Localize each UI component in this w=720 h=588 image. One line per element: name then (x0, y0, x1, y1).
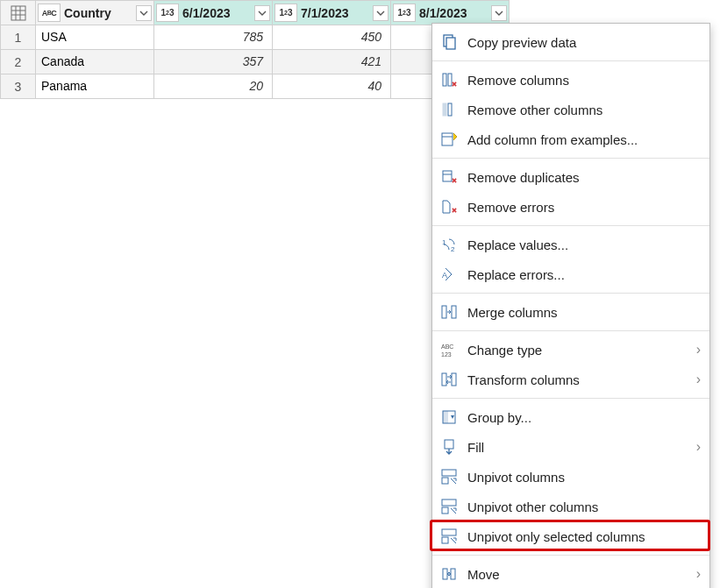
row-number[interactable]: 1 (1, 25, 36, 50)
table-icon (1, 1, 35, 25)
cell[interactable]: 40 (273, 74, 391, 99)
menu-item-unpivot-other[interactable]: Unpivot other columns (432, 492, 709, 521)
menu-item-transform-columns[interactable]: Transform columns› (432, 365, 709, 394)
svg-rect-8 (448, 74, 452, 86)
menu-item-remove-other[interactable]: Remove other columns (432, 95, 709, 124)
menu-item-unpivot-columns[interactable]: Unpivot columns (432, 462, 709, 492)
merge-icon (439, 302, 459, 322)
filter-button[interactable] (491, 5, 507, 21)
menu-item-label: Transform columns (467, 372, 688, 387)
replace-val-icon: 12 (439, 235, 459, 254)
cell[interactable]: 421 (273, 50, 391, 74)
fill-icon (439, 437, 459, 457)
chevron-right-icon: › (696, 372, 701, 387)
menu-item-label: Unpivot columns (467, 470, 701, 485)
select-all-corner[interactable] (1, 1, 36, 25)
type-number-icon: 123 (274, 4, 297, 22)
menu-item-remove-columns[interactable]: Remove columns (432, 65, 709, 95)
groupby-icon (439, 407, 459, 427)
filter-button[interactable] (373, 5, 389, 21)
chevron-right-icon: › (696, 566, 701, 582)
menu-separator (432, 225, 709, 226)
menu-item-label: Fill (467, 440, 688, 455)
svg-rect-13 (443, 171, 452, 181)
menu-item-fill[interactable]: Fill› (432, 432, 709, 462)
svg-rect-28 (442, 478, 448, 484)
svg-rect-34 (451, 569, 455, 579)
menu-item-label: Merge columns (467, 305, 701, 320)
filter-button[interactable] (254, 5, 270, 21)
menu-item-group-by[interactable]: Group by... (432, 402, 709, 432)
column-header-date1[interactable]: 123 6/1/2023 (154, 1, 273, 25)
svg-rect-11 (442, 133, 453, 145)
type-number-icon: 123 (393, 4, 416, 22)
menu-item-label: Remove errors (467, 200, 701, 215)
menu-separator (432, 555, 709, 556)
svg-rect-27 (442, 470, 456, 476)
cell[interactable]: Panama (36, 74, 154, 99)
menu-item-label: Remove other columns (467, 103, 701, 117)
column-header-date3[interactable]: 123 8/1/2023 (391, 1, 510, 25)
menu-item-merge-columns[interactable]: Merge columns (432, 297, 709, 327)
menu-separator (432, 60, 709, 61)
svg-rect-9 (443, 103, 446, 116)
menu-item-label: Replace values... (467, 237, 701, 252)
svg-rect-0 (11, 6, 25, 20)
row-number[interactable]: 3 (1, 74, 36, 99)
cell[interactable]: 20 (154, 74, 273, 99)
menu-item-unpivot-only[interactable]: Unpivot only selected columns (432, 521, 709, 551)
move-icon (439, 564, 459, 584)
replace-err-icon: A (439, 265, 459, 284)
chevron-down-icon (139, 9, 148, 18)
menu-item-label: Add column from examples... (467, 132, 701, 147)
menu-item-remove-errors[interactable]: Remove errors (432, 192, 709, 222)
transform-icon (439, 370, 459, 389)
svg-text:ABC: ABC (441, 344, 453, 350)
menu-item-remove-duplicates[interactable]: Remove duplicates (432, 162, 709, 192)
column-header-country[interactable]: ABC Country (36, 1, 154, 25)
unpivot-icon (439, 527, 459, 546)
svg-rect-33 (443, 569, 447, 579)
type-number-icon: 123 (156, 4, 179, 22)
remove-other-icon (439, 100, 459, 119)
cell[interactable]: 357 (154, 50, 273, 74)
svg-text:123: 123 (441, 351, 452, 358)
cell[interactable]: 450 (273, 25, 391, 50)
svg-rect-30 (442, 507, 448, 514)
svg-rect-19 (452, 306, 456, 318)
remove-col-icon (439, 70, 459, 89)
column-header-date2[interactable]: 123 7/1/2023 (273, 1, 391, 25)
cell[interactable]: USA (36, 25, 154, 50)
menu-separator (432, 398, 709, 399)
menu-item-label: Remove columns (467, 73, 701, 88)
dedup-icon (439, 167, 459, 187)
menu-item-label: Remove duplicates (467, 170, 701, 185)
svg-rect-7 (443, 74, 446, 86)
type-text-icon: ABC (38, 4, 61, 22)
add-example-icon (439, 130, 459, 149)
svg-text:A: A (442, 271, 447, 280)
menu-separator (432, 330, 709, 331)
menu-separator (432, 293, 709, 294)
menu-item-replace-values[interactable]: 12Replace values... (432, 230, 709, 259)
cell[interactable]: Canada (36, 50, 154, 74)
chevron-down-icon (495, 9, 503, 18)
abc123-icon: ABC123 (439, 340, 459, 359)
row-number[interactable]: 2 (1, 50, 36, 74)
menu-item-add-from-examples[interactable]: Add column from examples... (432, 124, 709, 154)
column-name: 6/1/2023 (181, 6, 253, 20)
cell[interactable]: 785 (154, 25, 273, 50)
menu-item-label: Replace errors... (467, 267, 701, 282)
rm-errors-icon (439, 197, 459, 216)
menu-item-replace-errors[interactable]: AReplace errors... (432, 259, 709, 289)
svg-rect-23 (452, 373, 456, 386)
menu-item-label: Move (467, 567, 688, 582)
svg-rect-25 (443, 411, 448, 423)
chevron-right-icon: › (696, 439, 701, 455)
menu-item-change-type[interactable]: ABC123Change type› (432, 335, 709, 365)
filter-button[interactable] (136, 5, 152, 21)
svg-rect-10 (448, 103, 452, 116)
menu-item-copy-preview[interactable]: Copy preview data (432, 27, 709, 57)
unpivot-icon (439, 467, 459, 486)
menu-item-move[interactable]: Move› (432, 559, 709, 588)
